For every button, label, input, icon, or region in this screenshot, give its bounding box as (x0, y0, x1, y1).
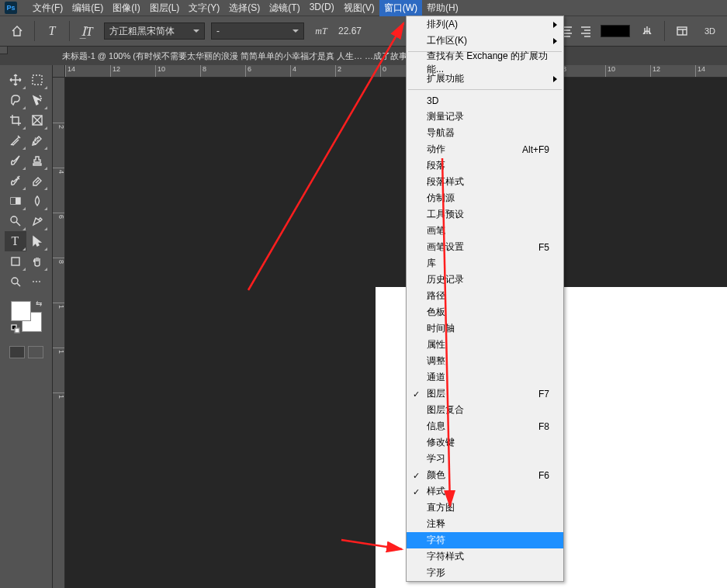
menu-item-动作[interactable]: 动作Alt+F9 (407, 141, 563, 157)
menu-item-段落样式[interactable]: 段落样式 (407, 174, 563, 190)
canvas-stage[interactable]: 要太华丽的浪漫小幸福才是真张白纸流逝故事 (65, 78, 727, 588)
swap-colors-icon[interactable]: ⇆ (36, 299, 42, 308)
menu-编辑[interactable]: 编辑(E) (68, 0, 108, 16)
menu-item-注释[interactable]: 注释 (407, 516, 563, 532)
menu-item-字符样式[interactable]: 字符样式 (407, 548, 563, 565)
menu-item-字符[interactable]: 字符 (407, 532, 563, 548)
menu-item-排列A[interactable]: 排列(A) (407, 16, 563, 33)
menu-item-样式[interactable]: ✓样式 (407, 483, 563, 500)
stamp-tool-icon[interactable] (26, 150, 48, 171)
canvas-area: 141210864202468101214 2468111 要太华丽的浪漫小幸福… (53, 65, 727, 588)
menu-item-测量记录[interactable]: 测量记录 (407, 109, 563, 125)
menu-item-信息[interactable]: 信息F8 (407, 418, 563, 434)
ruler-vertical[interactable]: 2468111 (53, 78, 65, 588)
menu-窗口[interactable]: 窗口(W) (379, 0, 422, 16)
quick-mask-icon[interactable] (28, 346, 43, 358)
menu-item-历史记录[interactable]: 历史记录 (407, 272, 563, 288)
gradient-tool-icon[interactable] (5, 191, 26, 211)
3d-icon[interactable]: 3D (699, 20, 721, 42)
heal-tool-icon[interactable] (26, 130, 48, 150)
svg-rect-7 (12, 258, 19, 265)
menu-选择[interactable]: 选择(S) (224, 0, 265, 16)
font-size-input[interactable]: 22.67 (338, 26, 366, 36)
foreground-color[interactable] (11, 301, 31, 321)
menu-item-扩展功能[interactable]: 扩展功能 (407, 71, 563, 87)
path-select-tool-icon[interactable] (26, 231, 48, 251)
crop-tool-icon[interactable] (5, 110, 26, 130)
menu-item-仿制源[interactable]: 仿制源 (407, 190, 563, 206)
type-tool-icon[interactable]: T (5, 231, 26, 251)
svg-rect-0 (677, 27, 687, 35)
eraser-tool-icon[interactable] (26, 171, 48, 191)
history-brush-tool-icon[interactable] (5, 171, 26, 191)
menu-item-工作区K[interactable]: 工作区(K) (407, 33, 563, 49)
menu-item-库[interactable]: 库 (407, 255, 563, 272)
screen-mode-standard-icon[interactable] (9, 346, 25, 358)
menu-文字[interactable]: 文字(Y) (184, 0, 224, 16)
menu-item-色板[interactable]: 色板 (407, 304, 563, 320)
menu-item-画笔[interactable]: 画笔 (407, 223, 563, 239)
marquee-tool-icon[interactable] (26, 70, 48, 90)
menu-图像[interactable]: 图像(I) (108, 0, 144, 16)
document-tab[interactable]: 未标题-1 @ 100% (有时候不需要太华丽的浪漫 简简单单的小幸福才是真 人… (62, 50, 458, 62)
svg-rect-3 (35, 138, 38, 141)
menu-item-路径[interactable]: 路径 (407, 288, 563, 304)
edit-toolbar-icon[interactable]: ⋯ (26, 272, 48, 292)
brush-tool-icon[interactable] (5, 150, 26, 171)
zoom-tool-icon[interactable] (5, 272, 26, 292)
menu-item-修改键[interactable]: 修改键 (407, 434, 563, 451)
home-icon[interactable] (6, 20, 28, 42)
menu-item-画笔设置[interactable]: 画笔设置F5 (407, 239, 563, 255)
text-orientation-icon[interactable]: I̲T (76, 20, 98, 42)
menu-帮助[interactable]: 帮助(H) (422, 0, 463, 16)
svg-rect-1 (33, 75, 42, 85)
text-color-swatch[interactable] (601, 25, 630, 37)
menu-3d[interactable]: 3D(D) (305, 0, 339, 16)
menu-文件[interactable]: 文件(F) (28, 0, 68, 16)
menu-item-通道[interactable]: 通道 (407, 369, 563, 386)
menu-item-段落[interactable]: 段落 (407, 157, 563, 174)
lasso-tool-icon[interactable] (5, 90, 26, 110)
panels-icon[interactable] (671, 20, 693, 42)
move-tool-icon[interactable] (5, 70, 26, 90)
warp-text-icon[interactable] (636, 20, 658, 42)
align-right-icon[interactable] (577, 23, 594, 39)
menu-item-直方图[interactable]: 直方图 (407, 500, 563, 516)
blur-tool-icon[interactable] (26, 191, 48, 211)
menu-item-工具预设[interactable]: 工具预设 (407, 206, 563, 223)
menu-item-图层复合[interactable]: 图层复合 (407, 402, 563, 418)
font-family-select[interactable]: 方正粗黑宋简体 (104, 22, 205, 40)
menu-item-调整[interactable]: 调整 (407, 353, 563, 369)
options-collapse-tab[interactable] (0, 47, 8, 54)
menu-item-导航器[interactable]: 导航器 (407, 125, 563, 141)
menu-item-属性[interactable]: 属性 (407, 337, 563, 353)
svg-rect-5 (11, 198, 16, 204)
hand-tool-icon[interactable] (26, 251, 48, 272)
menu-item-查找有关Exchange的扩展功能[interactable]: 查找有关 Exchange 的扩展功能... (407, 54, 563, 71)
dodge-tool-icon[interactable] (5, 211, 26, 231)
menubar: Ps 文件(F)编辑(E)图像(I)图层(L)文字(Y)选择(S)滤镜(T)3D… (0, 0, 727, 16)
eyedropper-tool-icon[interactable] (5, 130, 26, 150)
menu-图层[interactable]: 图层(L) (145, 0, 185, 16)
menu-item-字形[interactable]: 字形 (407, 565, 563, 581)
app-logo: Ps (5, 2, 17, 14)
menu-item-3D[interactable]: 3D (407, 92, 563, 109)
pen-tool-icon[interactable] (26, 211, 48, 231)
menu-item-颜色[interactable]: ✓颜色F6 (407, 467, 563, 483)
font-size-icon: тT (310, 20, 332, 42)
frame-tool-icon[interactable] (26, 110, 48, 130)
color-swatches[interactable]: ⇆ (9, 299, 43, 334)
document-title: 未标题-1 @ 100% (有时候不需要太华丽的浪漫 简简单单的小幸福才是真 人… (62, 50, 446, 62)
ruler-horizontal[interactable]: 141210864202468101214 (65, 65, 727, 78)
quick-select-tool-icon[interactable] (26, 90, 48, 110)
ruler-origin[interactable] (53, 65, 65, 78)
font-style-select[interactable]: - (211, 22, 304, 40)
menu-item-时间轴[interactable]: 时间轴 (407, 320, 563, 337)
options-bar: T I̲T 方正粗黑宋简体 - тT 22.67 3D (0, 16, 727, 47)
menu-item-学习[interactable]: 学习 (407, 451, 563, 467)
shape-tool-icon[interactable] (5, 251, 26, 272)
default-colors-icon[interactable] (11, 324, 20, 334)
menu-item-图层[interactable]: ✓图层F7 (407, 386, 563, 402)
menu-滤镜[interactable]: 滤镜(T) (265, 0, 304, 16)
menu-视图[interactable]: 视图(V) (339, 0, 379, 16)
